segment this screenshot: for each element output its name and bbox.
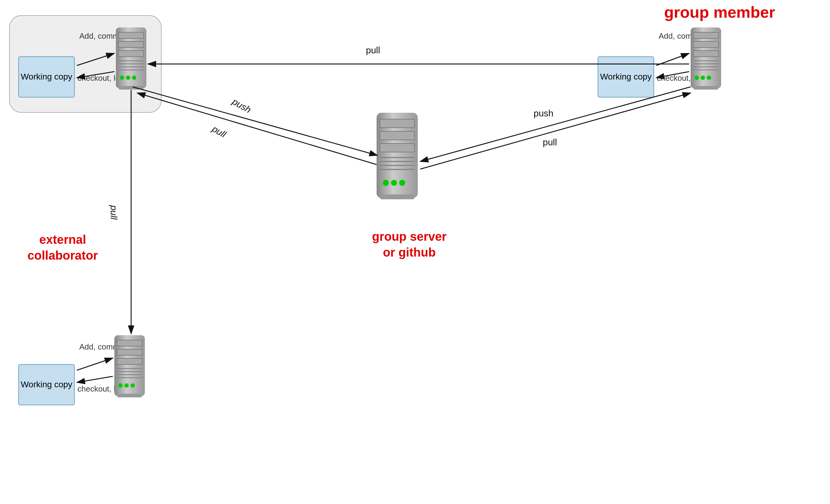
svg-rect-39 xyxy=(117,368,142,369)
svg-rect-52 xyxy=(380,143,415,153)
svg-rect-27 xyxy=(693,69,719,70)
svg-point-58 xyxy=(383,180,389,186)
pull-label-right-diagonal: pull xyxy=(543,137,557,147)
svg-rect-47 xyxy=(377,113,418,198)
svg-point-44 xyxy=(124,383,129,388)
group-member-label: group member xyxy=(664,3,775,21)
svg-rect-25 xyxy=(693,63,719,64)
svg-rect-57 xyxy=(380,169,415,170)
svg-rect-53 xyxy=(380,144,414,152)
svg-rect-37 xyxy=(117,358,142,365)
diagram: group member Working copy Add, commit ch… xyxy=(0,0,830,504)
svg-rect-49 xyxy=(380,120,414,127)
svg-rect-61 xyxy=(380,194,414,199)
svg-line-70 xyxy=(137,93,377,165)
pull-label-top: pull xyxy=(366,45,380,56)
svg-rect-38 xyxy=(118,359,142,364)
svg-rect-56 xyxy=(380,165,415,166)
svg-rect-21 xyxy=(694,42,718,47)
checkout-log-label-top-right: checkout, log xyxy=(657,72,703,83)
svg-rect-26 xyxy=(693,66,719,67)
svg-rect-48 xyxy=(380,119,415,128)
svg-rect-24 xyxy=(693,60,719,61)
svg-point-59 xyxy=(391,180,397,186)
svg-rect-20 xyxy=(693,41,719,48)
svg-rect-40 xyxy=(117,371,142,372)
svg-rect-41 xyxy=(117,374,142,375)
svg-rect-42 xyxy=(117,377,142,378)
svg-line-73 xyxy=(420,93,691,169)
svg-rect-55 xyxy=(380,161,415,162)
svg-line-64 xyxy=(656,53,689,66)
add-commit-label-top-left: Add, commit xyxy=(79,31,124,41)
working-copy-bottom-left: Working copy xyxy=(18,364,75,405)
svg-rect-23 xyxy=(694,51,718,56)
group-server-label: group serveror github xyxy=(372,229,447,260)
external-collaborator-label: externalcollaborator xyxy=(27,232,98,263)
svg-rect-50 xyxy=(380,131,415,140)
pull-label-vertical: pull xyxy=(108,205,119,220)
svg-point-30 xyxy=(707,75,711,80)
checkout-log-label-bottom-left: checkout, log xyxy=(77,383,124,394)
svg-rect-31 xyxy=(694,86,718,90)
working-copy-top-right: Working copy xyxy=(598,56,654,98)
svg-line-72 xyxy=(420,87,691,162)
pull-label-left-diagonal: pull xyxy=(211,124,228,140)
working-copy-top-left: Working copy xyxy=(18,56,75,98)
svg-point-60 xyxy=(399,180,405,186)
checkout-log-label-top-left: checkout, log xyxy=(77,72,124,83)
push-label-left-diagonal: push xyxy=(230,96,253,115)
add-commit-label-top-right: Add, commit xyxy=(659,31,703,41)
svg-rect-51 xyxy=(380,132,414,140)
svg-rect-22 xyxy=(693,50,719,57)
svg-line-66 xyxy=(77,358,113,370)
svg-rect-54 xyxy=(380,157,415,158)
svg-line-69 xyxy=(133,87,378,156)
push-label-right-diagonal: push xyxy=(534,108,553,119)
svg-point-45 xyxy=(130,383,135,388)
svg-line-67 xyxy=(77,376,113,382)
add-commit-label-bottom-left: Add, commit xyxy=(79,341,124,352)
